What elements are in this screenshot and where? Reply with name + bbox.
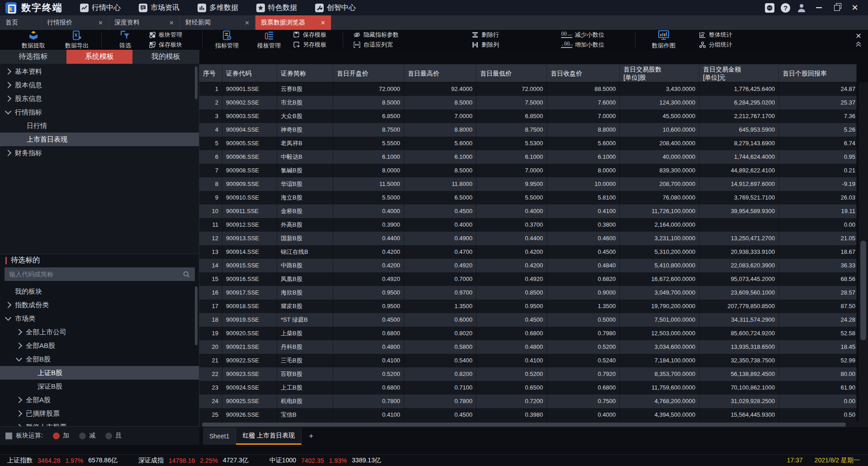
plot-data-button[interactable]: 数据作图: [641, 30, 686, 50]
tree-item-daily-quote[interactable]: 日行情: [0, 119, 199, 133]
horizontal-scrollbar[interactable]: [199, 422, 868, 428]
help-icon[interactable]: ?: [781, 3, 790, 13]
tree-item-basic-info[interactable]: 基本资料: [0, 65, 199, 78]
close-window-button[interactable]: ✕: [849, 3, 861, 13]
hide-params-button[interactable]: 隐藏指标参数: [353, 31, 412, 39]
horizontal-scrollbar-thumb[interactable]: [202, 423, 846, 427]
sector-manage-button[interactable]: 板块管理: [149, 31, 199, 39]
radio-and[interactable]: [105, 433, 112, 439]
save-sector-button[interactable]: 保存板块: [149, 41, 199, 49]
table-row[interactable]: 20 900921.SSE 丹科B股 0.4800 0.5800 0.4800 …: [199, 340, 857, 354]
restore-button[interactable]: [831, 3, 843, 13]
table-row[interactable]: 17 900918.SSE 耀皮B股 0.9500 1.3500 0.9500 …: [199, 300, 857, 313]
menu-market-info[interactable]: 市场资讯: [139, 3, 179, 13]
autofit-width-button[interactable]: 自适应列宽: [353, 41, 412, 49]
vertical-scrollbar-thumb[interactable]: [860, 241, 866, 340]
table-row[interactable]: 14 900915.SSE 中路B股 0.4200 0.4920 0.4200 …: [199, 259, 857, 272]
tree-item-szse-b-shares[interactable]: 深证B股: [0, 380, 199, 393]
tree-item-first-day-performance[interactable]: 上市首日表现: [0, 133, 199, 146]
tree-item-all-listed[interactable]: 全部上市公司: [0, 325, 199, 339]
col-header-index[interactable]: 序号: [199, 64, 222, 82]
sheet-tab-first-day[interactable]: 红楹 上市首日表现: [236, 428, 302, 445]
index-ticker-csi1000[interactable]: 中证1000 7402.35 1.93% 3389.13亿: [269, 456, 381, 465]
close-tab-icon[interactable]: ✕: [98, 19, 103, 26]
close-panel-button[interactable]: ✕: [855, 33, 861, 39]
tab-pending-indicators[interactable]: 待选指标: [0, 50, 66, 64]
overall-stats-button[interactable]: 整体统计: [699, 31, 753, 39]
table-row[interactable]: 22 900923.SSE 百联B股 0.5200 0.8200 0.5200 …: [199, 367, 857, 381]
data-export-button[interactable]: 数据导出: [55, 30, 99, 50]
search-icon[interactable]: [183, 271, 190, 278]
sheet-tab-sheet1[interactable]: Sheet1: [203, 428, 236, 445]
col-header-return[interactable]: 首日个股回报率: [779, 64, 857, 82]
table-row[interactable]: 12 900913.SSE 国新B股 0.4400 0.4900 0.4400 …: [199, 232, 857, 245]
table-row[interactable]: 18 900919.SSE *ST 绿庭B 0.4500 0.6000 0.45…: [199, 313, 857, 327]
table-row[interactable]: 19 900920.SSE 上柴B股 0.6800 0.8020 0.6800 …: [199, 327, 857, 340]
table-row[interactable]: 4 900904.SSE 神奇B股 8.7500 8.8000 8.7500 8…: [199, 123, 857, 137]
tree-item-all-ab-shares[interactable]: 全部AB股: [0, 339, 199, 352]
menu-multi-data[interactable]: 多维数据: [198, 3, 238, 13]
table-row[interactable]: 23 900924.SSE 上工B股 0.6800 0.7100 0.6500 …: [199, 381, 857, 395]
group-stats-button[interactable]: 分组统计: [699, 41, 753, 49]
sector-operation-checkbox[interactable]: [5, 433, 12, 439]
table-row[interactable]: 2 900902.SSE 市北B股 8.5000 8.5000 7.5000 7…: [199, 96, 857, 109]
table-row[interactable]: 6 900906.SSE 中毅达B 6.1000 6.1000 6.1000 6…: [199, 150, 857, 164]
close-tab-icon[interactable]: ✕: [321, 19, 326, 26]
indicator-manage-button[interactable]: 指标管理: [205, 30, 249, 50]
tree-item-quote-indicators[interactable]: 行情指标: [0, 105, 199, 119]
table-row[interactable]: 13 900914.SSE 锦江在线B 0.4200 0.4700 0.4200…: [199, 245, 857, 259]
tree-item-sse-b-shares[interactable]: 上证B股: [0, 366, 199, 380]
add-sheet-button[interactable]: +: [302, 428, 321, 445]
table-row[interactable]: 21 900922.SSE 三毛B股 0.4100 0.5400 0.4100 …: [199, 354, 857, 367]
save-template-button[interactable]: 保存模板: [293, 31, 336, 39]
col-header-low[interactable]: 首日最低价: [476, 64, 547, 82]
vertical-scrollbar[interactable]: [859, 82, 868, 422]
tree-item-share-capital[interactable]: 股本信息: [0, 78, 199, 92]
table-row[interactable]: 5 900905.SSE 老凤祥B 5.5500 5.6000 5.5300 5…: [199, 137, 857, 150]
col-header-close[interactable]: 首日收盘价: [547, 64, 620, 82]
tree-item-shareholders[interactable]: 股东信息: [0, 92, 199, 105]
search-input[interactable]: [5, 267, 195, 281]
col-header-amount[interactable]: 首日交易金额[单位]元: [699, 64, 779, 82]
index-ticker-sse[interactable]: 上证指数 3464.28 1.97% 6578.86亿: [7, 456, 118, 465]
tree-item-all-a-shares[interactable]: 全部A股: [0, 393, 199, 407]
table-row[interactable]: 24 900925.SSE 机电B股 0.7800 0.7800 0.7200 …: [199, 395, 857, 408]
table-row[interactable]: 10 900911.SSE 金桥B股 0.4000 0.4500 0.4000 …: [199, 204, 857, 218]
table-row[interactable]: 25 900926.SSE 宝信B 0.4100 0.4500 0.3980 0…: [199, 408, 857, 422]
tab-finance-news[interactable]: 财经新闻 ✕: [180, 15, 255, 30]
col-header-code[interactable]: 证券代码: [222, 64, 277, 82]
tree-item-all-b-shares[interactable]: 全部B股: [0, 352, 199, 366]
tree-item-delisted[interactable]: 已摘牌股票: [0, 407, 199, 420]
saveas-template-button[interactable]: 另存模板: [293, 41, 336, 49]
tab-depth-info[interactable]: 深度资料 ✕: [109, 15, 180, 30]
tab-quotes[interactable]: 行情报价 ✕: [42, 15, 109, 30]
menu-ai-center[interactable]: 创智中心: [315, 3, 356, 13]
tree-item-my-sectors[interactable]: 我的板块: [0, 285, 199, 298]
col-header-high[interactable]: 首日最高价: [404, 64, 476, 82]
col-header-open[interactable]: 首日开盘价: [333, 64, 404, 82]
radio-subtract[interactable]: [79, 433, 86, 439]
col-header-volume[interactable]: 首日交易股数[单位]股: [620, 64, 699, 82]
tab-system-templates[interactable]: 系统模板: [66, 50, 133, 64]
tree2-scrollbar[interactable]: [195, 286, 198, 345]
delete-col-button[interactable]: 删除列: [472, 41, 515, 49]
collapse-toolbar-button[interactable]: [855, 41, 862, 47]
index-ticker-szse[interactable]: 深证成指 14798.16 2.25% 4727.3亿: [138, 456, 249, 465]
table-row[interactable]: 9 900910.SSE 海立B股 5.5000 6.5000 5.5000 5…: [199, 191, 857, 204]
delete-row-button[interactable]: 删除行: [472, 31, 515, 39]
radio-add[interactable]: [53, 433, 60, 439]
decrease-decimal-button[interactable]: 00.← 减少小数位: [561, 31, 616, 39]
message-center-icon[interactable]: [765, 3, 774, 13]
table-row[interactable]: 8 900909.SSE 华谊B股 11.5000 11.8000 9.9500…: [199, 177, 857, 191]
template-manage-button[interactable]: 模板管理: [249, 30, 289, 50]
menu-market-center[interactable]: 行情中心: [80, 3, 121, 13]
table-row[interactable]: 15 900916.SSE 凤凰B股 0.4920 0.7000 0.4920 …: [199, 272, 857, 286]
table-row[interactable]: 3 900903.SSE 大众B股 6.8500 7.0000 6.8500 7…: [199, 109, 857, 123]
tree-item-index-constituents[interactable]: 指数成份类: [0, 298, 199, 312]
tab-my-templates[interactable]: 我的模板: [132, 50, 199, 64]
table-row[interactable]: 11 900912.SSE 外高B股 0.3900 0.4000 0.3700 …: [199, 218, 857, 232]
filter-button[interactable]: 筛选: [104, 30, 146, 50]
tree-item-financial-indicators[interactable]: 财务指标: [0, 146, 199, 160]
close-tab-icon[interactable]: ✕: [245, 19, 250, 26]
tab-stock-data-browser[interactable]: 股票数据浏览器 ✕: [255, 15, 331, 30]
